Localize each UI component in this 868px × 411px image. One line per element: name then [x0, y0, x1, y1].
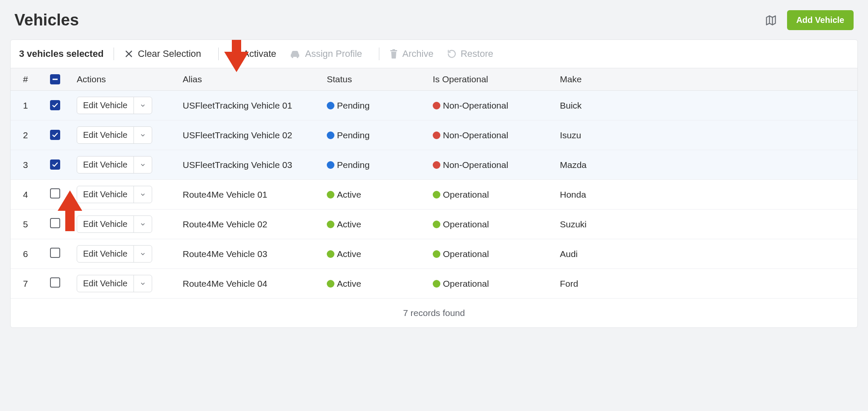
row-checkbox[interactable] — [50, 130, 60, 140]
assign-profile-button[interactable]: Assign Profile — [290, 48, 369, 59]
alias-cell: Route4Me Vehicle 01 — [176, 180, 320, 210]
alias-cell: Route4Me Vehicle 03 — [176, 239, 320, 269]
table-row: 7Edit VehicleRoute4Me Vehicle 04ActiveOp… — [11, 269, 857, 299]
row-checkbox[interactable] — [50, 218, 60, 228]
edit-vehicle-dropdown-toggle[interactable] — [134, 127, 152, 143]
edit-vehicle-split-button: Edit Vehicle — [77, 156, 152, 173]
make-cell: Isuzu — [553, 120, 857, 150]
operational-dot-icon — [433, 161, 440, 169]
column-header-number[interactable]: # — [11, 68, 40, 91]
operational-cell: Non-Operational — [426, 120, 553, 150]
table-row: 5Edit VehicleRoute4Me Vehicle 02ActiveOp… — [11, 210, 857, 239]
status-dot-icon — [327, 250, 334, 258]
edit-vehicle-split-button: Edit Vehicle — [77, 186, 152, 203]
edit-vehicle-dropdown-toggle[interactable] — [134, 275, 152, 292]
chevron-down-icon — [140, 162, 146, 168]
add-vehicle-button[interactable]: Add Vehicle — [787, 10, 854, 30]
status-cell: Pending — [320, 120, 426, 150]
status-cell: Active — [320, 269, 426, 299]
make-cell: Suzuki — [553, 210, 857, 239]
selection-count-label: 3 vehicles selected — [19, 48, 103, 59]
column-header-status[interactable]: Status — [320, 68, 426, 91]
row-checkbox[interactable] — [50, 188, 60, 199]
column-header-operational[interactable]: Is Operational — [426, 68, 553, 91]
row-checkbox[interactable] — [50, 159, 60, 170]
row-number: 4 — [11, 180, 40, 210]
alias-cell: USFleetTracking Vehicle 02 — [176, 120, 320, 150]
operational-cell: Non-Operational — [426, 91, 553, 120]
chevron-down-icon — [140, 281, 146, 287]
clear-selection-button[interactable]: Clear Selection — [124, 48, 208, 59]
select-all-checkbox[interactable] — [50, 74, 60, 84]
status-cell: Active — [320, 210, 426, 239]
edit-vehicle-button[interactable]: Edit Vehicle — [77, 275, 134, 292]
svg-point-6 — [292, 56, 293, 58]
edit-vehicle-button[interactable]: Edit Vehicle — [77, 97, 134, 114]
assign-profile-label: Assign Profile — [305, 48, 362, 59]
separator — [379, 48, 379, 60]
edit-vehicle-dropdown-toggle[interactable] — [134, 246, 152, 262]
edit-vehicle-split-button: Edit Vehicle — [77, 126, 152, 144]
chevron-down-icon — [140, 132, 146, 138]
operational-cell: Operational — [426, 180, 553, 210]
edit-vehicle-split-button: Edit Vehicle — [77, 97, 152, 114]
row-number: 1 — [11, 91, 40, 120]
svg-rect-8 — [390, 50, 397, 51]
row-checkbox[interactable] — [50, 277, 60, 288]
svg-point-7 — [297, 56, 298, 58]
make-cell: Mazda — [553, 150, 857, 180]
separator — [218, 48, 219, 60]
status-dot-icon — [327, 221, 334, 228]
edit-vehicle-dropdown-toggle[interactable] — [134, 216, 152, 232]
restore-label: Restore — [461, 48, 493, 59]
column-header-alias[interactable]: Alias — [176, 68, 320, 91]
edit-vehicle-button[interactable]: Edit Vehicle — [77, 246, 134, 262]
chevron-down-icon — [140, 192, 146, 198]
status-dot-icon — [327, 131, 334, 139]
activate-button[interactable]: Activate — [229, 48, 283, 59]
table-row: 4Edit VehicleRoute4Me Vehicle 01ActiveOp… — [11, 180, 857, 210]
edit-vehicle-dropdown-toggle[interactable] — [134, 157, 152, 173]
restore-button[interactable]: Restore — [447, 48, 500, 59]
make-cell: Honda — [553, 180, 857, 210]
operational-cell: Operational — [426, 239, 553, 269]
svg-rect-9 — [392, 49, 395, 50]
close-icon — [124, 49, 134, 59]
status-dot-icon — [327, 191, 334, 199]
column-header-actions[interactable]: Actions — [70, 68, 176, 91]
row-checkbox[interactable] — [50, 248, 60, 258]
archive-label: Archive — [402, 48, 433, 59]
trash-icon — [389, 49, 398, 59]
operational-dot-icon — [433, 191, 440, 199]
make-cell: Audi — [553, 239, 857, 269]
edit-vehicle-button[interactable]: Edit Vehicle — [77, 127, 134, 143]
row-checkbox[interactable] — [50, 100, 60, 110]
table-row: 2Edit VehicleUSFleetTracking Vehicle 02P… — [11, 120, 857, 150]
activate-label: Activate — [243, 48, 276, 59]
edit-vehicle-button[interactable]: Edit Vehicle — [77, 157, 134, 173]
status-cell: Active — [320, 180, 426, 210]
status-cell: Pending — [320, 91, 426, 120]
row-number: 6 — [11, 239, 40, 269]
edit-vehicle-dropdown-toggle[interactable] — [134, 97, 152, 114]
edit-vehicle-dropdown-toggle[interactable] — [134, 186, 152, 203]
status-cell: Pending — [320, 150, 426, 180]
svg-rect-10 — [53, 79, 58, 80]
alias-cell: USFleetTracking Vehicle 03 — [176, 150, 320, 180]
edit-vehicle-split-button: Edit Vehicle — [77, 215, 152, 233]
status-cell: Active — [320, 239, 426, 269]
edit-vehicle-button[interactable]: Edit Vehicle — [77, 186, 134, 203]
bulk-action-toolbar: 3 vehicles selected Clear Selection Acti… — [11, 40, 857, 68]
alias-cell: USFleetTracking Vehicle 01 — [176, 91, 320, 120]
edit-vehicle-button[interactable]: Edit Vehicle — [77, 216, 134, 232]
edit-vehicle-split-button: Edit Vehicle — [77, 245, 152, 263]
row-number: 3 — [11, 150, 40, 180]
check-icon — [229, 49, 239, 59]
column-header-make[interactable]: Make — [553, 68, 857, 91]
svg-marker-0 — [766, 16, 775, 25]
vehicle-profile-icon — [290, 49, 301, 59]
operational-dot-icon — [433, 131, 440, 139]
archive-button[interactable]: Archive — [389, 48, 440, 59]
separator — [114, 48, 114, 60]
map-icon[interactable] — [765, 14, 777, 26]
